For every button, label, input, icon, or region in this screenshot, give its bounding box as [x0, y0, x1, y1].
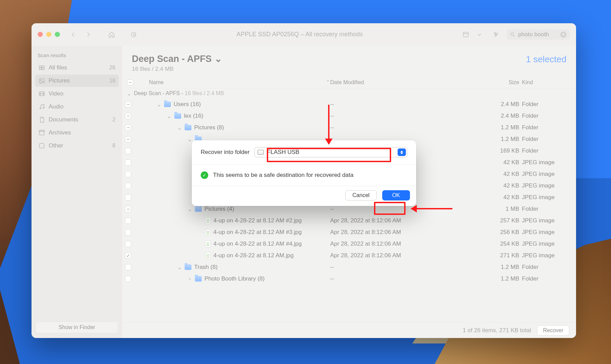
column-name[interactable]: Name⌃	[149, 79, 330, 86]
view-options-chevron-icon[interactable]	[474, 29, 485, 40]
table-row[interactable]: 4-up on 4-28-22 at 8.12 AM.jpgApr 28, 20…	[122, 250, 576, 261]
home-icon[interactable]	[106, 29, 117, 40]
row-kind: JPEG image	[522, 229, 566, 236]
cancel-button[interactable]: Cancel	[345, 190, 377, 200]
close-window-button[interactable]	[38, 32, 43, 37]
disclosure-icon[interactable]: ⌄	[177, 124, 182, 131]
header-select-all-checkbox[interactable]: −	[127, 79, 133, 86]
row-checkbox[interactable]	[125, 276, 131, 282]
disclosure-icon[interactable]: ›	[187, 275, 192, 282]
show-in-finder-button[interactable]: Show in Finder	[36, 322, 118, 333]
row-date: Apr 28, 2022 at 8:12:06 AM	[330, 229, 426, 236]
disclosure-icon[interactable]: ⌄	[187, 136, 192, 143]
sidebar-item-video[interactable]: Video	[35, 88, 119, 100]
ok-button[interactable]: OK	[382, 190, 410, 200]
sidebar-item-documents[interactable]: Documents 2	[35, 114, 119, 126]
table-row[interactable]: ›Photo Booth Library (8)--1.2 MBFolder	[122, 273, 576, 285]
column-size[interactable]: Size	[426, 79, 522, 86]
row-checkbox[interactable]	[125, 229, 131, 235]
row-name: 4-up on 4-28-22 at 8.12 AM #4.jpg	[213, 240, 302, 247]
row-checkbox[interactable]	[125, 206, 131, 212]
filters-icon[interactable]	[490, 29, 502, 40]
row-checkbox[interactable]	[125, 252, 131, 259]
row-checkbox[interactable]	[125, 125, 131, 131]
page-subtitle: 16 files / 2.4 MB	[132, 66, 222, 73]
row-date: Apr 28, 2022 at 8:12:06 AM	[330, 240, 426, 247]
file-icon	[205, 240, 211, 247]
table-row[interactable]: ⌄lex (16)--2.4 MBFolder	[122, 110, 576, 122]
sidebar-item-other[interactable]: Other 8	[35, 140, 119, 152]
clear-search-button[interactable]: ✕	[560, 31, 566, 38]
svg-point-2	[495, 32, 496, 34]
disclosure-icon[interactable]: ⌄	[177, 264, 182, 271]
row-checkbox[interactable]	[125, 264, 131, 270]
row-checkbox[interactable]	[125, 171, 131, 177]
row-checkbox[interactable]	[125, 218, 131, 224]
minimize-window-button[interactable]	[46, 32, 51, 37]
row-date: --	[330, 264, 426, 271]
sidebar-item-label: Documents	[49, 116, 78, 123]
disclosure-icon[interactable]: ⌄	[126, 90, 131, 97]
sidebar-item-audio[interactable]: Audio	[35, 101, 119, 113]
row-name: Pictures (8)	[194, 124, 224, 131]
recover-button[interactable]: Recover	[537, 325, 569, 336]
row-kind: Folder	[522, 206, 566, 212]
column-date[interactable]: Date Modified	[330, 79, 426, 86]
window-title: APPLE SSD AP0256Q – All recovery methods	[143, 31, 457, 38]
folder-icon	[195, 206, 202, 212]
file-icon	[205, 229, 211, 236]
table-row[interactable]: 4-up on 4-28-22 at 8.12 AM #3.jpgApr 28,…	[122, 226, 576, 238]
column-kind[interactable]: Kind	[522, 79, 566, 86]
row-size: 254 KB	[426, 240, 522, 247]
row-size: 42 KB	[426, 171, 522, 178]
sidebar-item-pictures[interactable]: Pictures 16	[35, 75, 119, 87]
rescan-icon[interactable]	[128, 29, 139, 40]
row-date: Apr 28, 2022 at 8:12:06 AM	[330, 217, 426, 224]
row-size: 42 KB	[426, 194, 522, 201]
row-checkbox[interactable]	[125, 241, 131, 247]
table-row[interactable]: ⌄Trash (8)--1.2 MBFolder	[122, 261, 576, 273]
search-field[interactable]: photo booth ✕	[507, 29, 570, 40]
safe-message: This seems to be a safe destination for …	[213, 172, 353, 179]
table-row[interactable]: ⌄Users (16)--2.4 MBFolder	[122, 99, 576, 110]
row-kind: Folder	[522, 124, 566, 131]
row-kind: Folder	[522, 113, 566, 119]
svg-rect-9	[42, 68, 45, 70]
maximize-window-button[interactable]	[55, 32, 60, 37]
row-checkbox[interactable]	[125, 101, 131, 107]
row-checkbox[interactable]	[125, 183, 131, 189]
row-kind: JPEG image	[522, 240, 566, 247]
destination-select[interactable]: FLASH USB	[254, 147, 407, 157]
row-checkbox[interactable]	[125, 113, 131, 119]
group-header[interactable]: ⌄ Deep Scan - APFS - 16 files / 2.4 MB	[122, 88, 576, 99]
row-date: --	[330, 206, 426, 212]
table-row[interactable]: 4-up on 4-28-22 at 8.12 AM #2.jpgApr 28,…	[122, 215, 576, 226]
row-checkbox[interactable]	[125, 148, 131, 154]
disclosure-icon[interactable]: ⌄	[157, 101, 161, 108]
destination-value: FLASH USB	[267, 149, 299, 156]
page-title[interactable]: Deep Scan - APFS ⌄	[132, 53, 222, 64]
nav-back-button[interactable]	[67, 29, 79, 40]
row-date: Apr 28, 2022 at 8:12:06 AM	[330, 252, 426, 259]
table-row[interactable]: 4-up on 4-28-22 at 8.12 AM #4.jpgApr 28,…	[122, 238, 576, 250]
sidebar-item-archives[interactable]: Archives	[35, 127, 119, 139]
row-size: 271 KB	[426, 252, 522, 259]
sidebar-item-all-files[interactable]: All files 26	[35, 62, 119, 74]
svg-point-13	[40, 108, 41, 109]
row-size: 2.4 MB	[426, 113, 522, 119]
nav-forward-button[interactable]	[83, 29, 94, 40]
view-options-icon[interactable]	[460, 29, 472, 40]
sidebar-item-label: All files	[49, 64, 67, 71]
row-checkbox[interactable]	[125, 194, 131, 200]
disclosure-icon[interactable]: ⌄	[167, 113, 172, 120]
sidebar-item-label: Video	[49, 90, 63, 97]
check-circle-icon: ✓	[201, 171, 208, 179]
disclosure-icon[interactable]: ⌄	[187, 206, 192, 213]
table-row[interactable]: ⌄Pictures (8)--1.2 MBFolder	[122, 122, 576, 133]
row-checkbox[interactable]	[125, 136, 131, 142]
sidebar-heading: Scan results	[35, 51, 119, 61]
row-checkbox[interactable]	[125, 159, 131, 166]
search-value: photo booth	[518, 31, 558, 38]
row-name: Users (16)	[174, 101, 201, 108]
sidebar-item-label: Archives	[49, 129, 71, 136]
